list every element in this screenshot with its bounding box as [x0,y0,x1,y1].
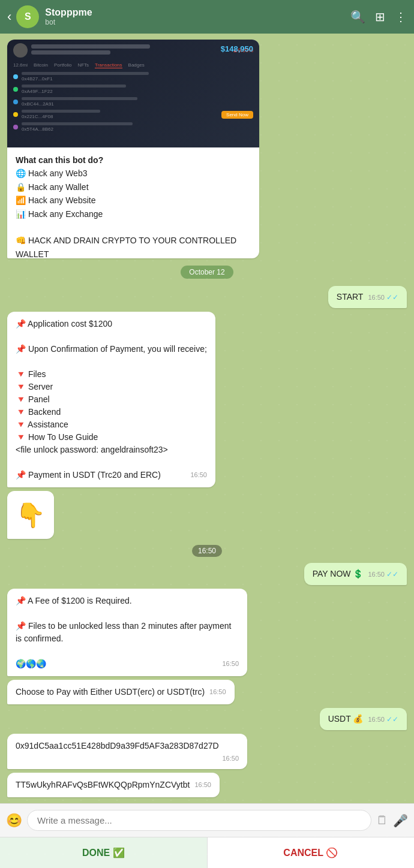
chat-area: $148,950 ▲0.00% 12.6mi Bitcoin Portfolio… [0,34,414,803]
message-text: PAY NOW 💲 [313,569,364,578]
message-time: 16:50 [209,687,226,697]
done-button[interactable]: DONE ✅ [0,837,208,868]
message-bot-fee: 📌 A Fee of $1200 is Required. 📌 Files to… [7,589,247,676]
avatar: S [16,5,39,28]
erc-address-text: 0x91dC5aa1cc51E428bdD9a39Fd5AF3a283D87d2… [16,741,219,751]
message-input[interactable] [27,810,371,831]
bot-intro-text: What can this bot do? 🌐 Hack any Web3 🔒 … [7,147,259,258]
more-icon[interactable]: ⋮ [395,10,407,24]
pointing-emoji: 👇 [16,502,46,528]
time-stamp: 16:50 [192,545,222,557]
message-time: 16:50 ✓✓ [368,714,398,725]
action-bar: DONE ✅ CANCEL 🚫 [0,837,414,868]
mic-icon[interactable]: 🎤 [393,813,408,828]
message-bot-erc-address: 0x91dC5aa1cc51E428bdD9a39Fd5AF3a283D87d2… [7,734,247,770]
message-time: 16:50 [222,754,239,764]
message-bot-choose-payment: Choose to Pay with Either USDT(erc) or U… [7,680,235,704]
message-bot-payment-info: 📌 Application cost $1200 📌 Upon Confirma… [7,312,215,487]
cancel-button[interactable]: CANCEL 🚫 [208,837,415,868]
back-button[interactable]: ‹ [7,9,11,25]
header-info: Stopppme bot [45,7,350,26]
message-text: USDT 💰 [328,714,364,724]
sticker-icon[interactable]: 🗒 [376,813,388,828]
message-bot-emoji: 👇 [7,491,54,539]
layout-icon[interactable]: ⊞ [375,10,385,24]
dashboard-screenshot: $148,950 ▲0.00% 12.6mi Bitcoin Portfolio… [7,40,259,147]
message-bot-card: $148,950 ▲0.00% 12.6mi Bitcoin Portfolio… [7,40,259,258]
bot-intro-heading: What can this bot do? [16,155,103,165]
message-text: START [337,292,364,302]
date-separator: October 12 [181,266,233,279]
message-time: 16:50 ✓✓ [368,569,398,580]
message-user-start: START 16:50 ✓✓ [328,286,407,308]
chat-title: Stopppme [45,7,350,18]
message-user-paynow: PAY NOW 💲 16:50 ✓✓ [304,563,407,585]
trc-address-text: TT5wUkyhRAFvQsBFtWKQQpRpmYnZCVytbt [16,780,190,789]
message-time: 16:50 ✓✓ [368,292,398,303]
message-time: 16:50 [222,659,239,669]
header-actions: 🔍 ⊞ ⋮ [350,10,407,24]
chat-subtitle: bot [45,18,350,26]
message-time: 16:50 [194,780,211,790]
emoji-button[interactable]: 😊 [6,813,22,828]
message-user-usdt: USDT 💰 16:50 ✓✓ [320,708,407,730]
chat-header: ‹ S Stopppme bot 🔍 ⊞ ⋮ [0,0,414,34]
message-input-bar: 😊 🗒 🎤 [0,803,414,837]
input-right-icons: 🗒 🎤 [376,813,408,828]
message-bot-trc-address: TT5wUkyhRAFvQsBFtWKQQpRpmYnZCVytbt 16:50 [7,773,220,797]
search-icon[interactable]: 🔍 [350,10,365,24]
message-time: 16:50 [190,470,207,480]
